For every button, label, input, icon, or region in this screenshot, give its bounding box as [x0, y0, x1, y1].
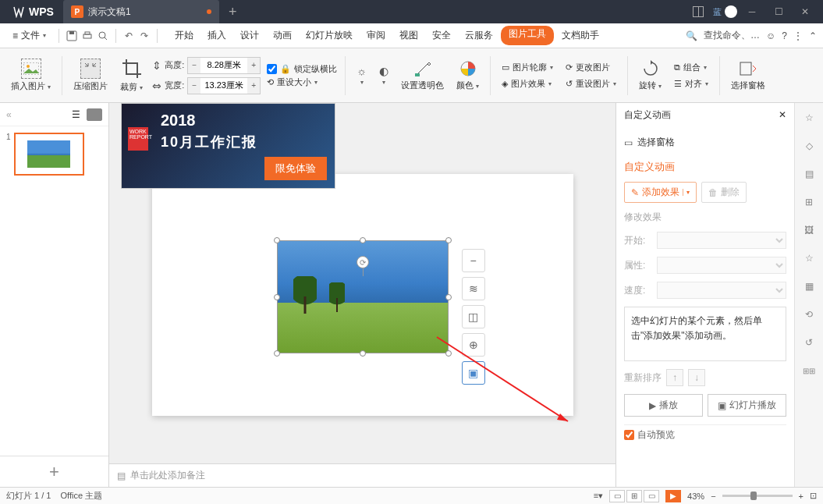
resize-handle-ne[interactable] — [445, 237, 452, 243]
move-up-button[interactable]: ↑ — [666, 369, 683, 386]
search-placeholder[interactable]: 查找命令、… — [704, 29, 760, 42]
float-crop-button[interactable]: ◫ — [462, 305, 485, 328]
more-icon[interactable]: ⋮ — [793, 30, 803, 41]
combine-button[interactable]: ⧉ 组合 ▾ — [671, 60, 711, 75]
print-preview-icon[interactable] — [97, 30, 109, 42]
set-transparent-button[interactable]: 设置透明色 — [395, 51, 450, 100]
close-button[interactable]: ✕ — [793, 0, 817, 23]
tab-review[interactable]: 审阅 — [360, 26, 392, 45]
resize-handle-se[interactable] — [445, 350, 452, 357]
fit-button[interactable]: ⊡ — [810, 491, 817, 501]
collapse-panel-icon[interactable]: « — [6, 109, 12, 120]
zoom-slider[interactable] — [722, 495, 793, 497]
picture-outline-button[interactable]: ▭ 图片轮廓 ▾ — [498, 60, 556, 75]
minimize-button[interactable]: ─ — [740, 0, 764, 23]
file-menu[interactable]: ≡ 文件 ▾ — [6, 26, 52, 45]
sorter-view-button[interactable]: ⊞ — [626, 490, 642, 502]
insert-picture-button[interactable]: 插入图片 ▾ — [5, 51, 57, 100]
side-tab-star[interactable]: ☆ — [800, 109, 818, 126]
compress-picture-button[interactable]: 压缩图片 — [67, 51, 114, 100]
height-input[interactable]: −+ — [187, 57, 261, 74]
reset-picture-button[interactable]: ↺ 重设图片 ▾ — [562, 76, 619, 91]
reset-size-button[interactable]: ⟲重设大小 ▾ — [267, 76, 337, 88]
smiley-icon[interactable]: ☺ — [766, 30, 775, 41]
float-layers-button[interactable]: ≋ — [462, 277, 485, 300]
tab-security[interactable]: 安全 — [426, 26, 457, 45]
tab-insert[interactable]: 插入 — [201, 26, 232, 45]
undo-icon[interactable]: ↶ — [122, 30, 135, 42]
crop-button[interactable]: 裁剪 ▾ — [114, 51, 149, 100]
resize-handle-s[interactable] — [360, 350, 366, 357]
side-tab-shape[interactable]: ◇ — [800, 137, 818, 154]
picture-effect-button[interactable]: ◈ 图片效果 ▾ — [498, 76, 556, 91]
maximize-button[interactable]: ☐ — [767, 0, 790, 23]
resize-handle-e[interactable] — [445, 294, 452, 300]
tab-slideshow[interactable]: 幻灯片放映 — [300, 26, 359, 45]
outline-view-icon[interactable]: ☰ — [72, 109, 80, 120]
auto-preview-checkbox[interactable]: 自动预览 — [624, 424, 786, 442]
resize-handle-sw[interactable] — [274, 350, 280, 357]
reading-view-button[interactable]: ▭ — [644, 490, 659, 502]
template-banner[interactable]: WORK REPORT 2018 10月工作汇报 限免体验 — [121, 103, 335, 189]
tab-doc-helper[interactable]: 文档助手 — [555, 26, 605, 45]
contrast-button[interactable]: ◐▾ — [373, 62, 395, 89]
layout-button[interactable] — [686, 0, 710, 23]
selection-pane-link[interactable]: ▭ 选择窗格 — [624, 133, 786, 152]
add-effect-button[interactable]: ✎添加效果▾ — [624, 182, 697, 203]
slideshow-play-button[interactable]: ▶ — [665, 490, 681, 502]
brightness-button[interactable]: ☼▾ — [350, 62, 373, 89]
add-slide-button[interactable]: + — [0, 456, 108, 487]
move-down-button[interactable]: ↓ — [688, 369, 705, 386]
new-tab-button[interactable]: + — [219, 4, 247, 20]
zoom-in-button[interactable]: + — [799, 492, 803, 501]
selection-pane-button[interactable]: 选择窗格 — [725, 51, 772, 100]
search-icon[interactable]: 🔍 — [686, 30, 697, 41]
notes-area[interactable]: ▤ 单击此处添加备注 — [109, 463, 615, 487]
side-tab-favorite[interactable]: ☆ — [800, 250, 818, 267]
side-tab-history[interactable]: ↺ — [800, 334, 818, 351]
float-zoom-button[interactable]: ⊕ — [462, 333, 485, 357]
print-icon[interactable] — [81, 30, 94, 42]
side-tab-layers[interactable]: ▤ — [800, 165, 818, 183]
side-tab-settings[interactable]: ⊞ — [800, 193, 818, 211]
tab-picture-tools[interactable]: 图片工具 — [501, 26, 554, 45]
align-button[interactable]: ☰ 对齐 ▾ — [671, 76, 711, 91]
resize-handle-nw[interactable] — [274, 237, 280, 243]
collapse-ribbon-icon[interactable]: ⌃ — [809, 30, 817, 41]
speed-select[interactable] — [657, 282, 786, 299]
zoom-out-button[interactable]: − — [711, 492, 715, 501]
width-input[interactable]: −+ — [187, 77, 261, 94]
float-minus-button[interactable]: − — [462, 249, 485, 272]
side-tab-grid[interactable]: ⊞⊞ — [800, 362, 818, 379]
notes-view-icon[interactable]: ≡▾ — [594, 491, 603, 501]
document-tab[interactable]: P 演示文稿1 — [63, 0, 219, 23]
delete-effect-button[interactable]: 🗑删除 — [701, 182, 747, 203]
change-picture-button[interactable]: ⟳ 更改图片 — [562, 60, 619, 75]
close-pane-icon[interactable]: ✕ — [779, 109, 786, 120]
color-button[interactable]: 颜色 ▾ — [450, 51, 485, 100]
slide-thumbnail-1[interactable]: 1 — [6, 133, 102, 176]
property-select[interactable] — [657, 257, 786, 274]
slide-canvas[interactable]: ⟳ − ≋ ◫ ⊕ — [152, 174, 573, 416]
side-tab-image[interactable]: 🖼 — [800, 222, 818, 239]
start-select[interactable] — [657, 232, 786, 249]
tab-start[interactable]: 开始 — [169, 26, 200, 45]
resize-handle-w[interactable] — [274, 294, 280, 300]
normal-view-button[interactable]: ▭ — [609, 490, 625, 502]
play-button[interactable]: ▶播放 — [624, 394, 703, 417]
save-icon[interactable] — [66, 30, 78, 42]
resize-handle-n[interactable] — [360, 237, 366, 243]
tab-view[interactable]: 视图 — [393, 26, 424, 45]
try-free-button[interactable]: 限免体验 — [264, 157, 327, 180]
lock-aspect-checkbox[interactable]: 🔒锁定纵横比 — [267, 63, 337, 75]
help-icon[interactable]: ? — [782, 30, 787, 41]
float-replace-button[interactable]: ▣ — [462, 361, 485, 385]
side-tab-calendar[interactable]: ▦ — [800, 278, 818, 295]
user-avatar[interactable] — [725, 5, 737, 18]
tab-animation[interactable]: 动画 — [267, 26, 298, 45]
rotate-button[interactable]: 旋转 ▾ — [633, 51, 668, 100]
slideshow-button[interactable]: ▣幻灯片播放 — [708, 394, 786, 417]
zoom-value[interactable]: 43% — [687, 492, 704, 501]
tab-cloud[interactable]: 云服务 — [459, 26, 499, 45]
thumbnail-view-button[interactable] — [87, 108, 102, 121]
